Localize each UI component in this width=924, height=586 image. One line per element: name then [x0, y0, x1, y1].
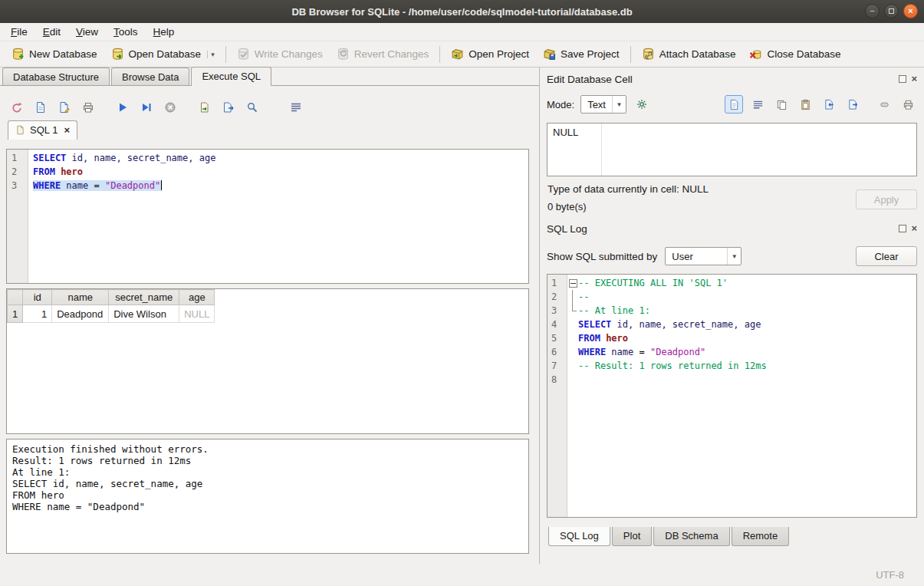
code-line[interactable]: FROM hero — [33, 165, 528, 179]
log-line: SELECT id, name, secret_name, age — [567, 318, 916, 331]
new-database-button[interactable]: New Database — [5, 44, 104, 64]
sql-1-tab[interactable]: SQL 1 × — [8, 120, 77, 140]
save-sql-file-as-icon — [58, 101, 71, 114]
open-sql-in-tab-button[interactable] — [196, 98, 214, 117]
fold-guide — [567, 290, 578, 304]
menu-edit[interactable]: Edit — [35, 24, 68, 40]
menu-tools[interactable]: Tools — [106, 24, 146, 40]
text-mode-button[interactable] — [725, 95, 743, 114]
save-sql-file-button[interactable] — [31, 98, 50, 117]
export-sql-button[interactable] — [219, 98, 238, 117]
mode-label: Mode: — [547, 99, 574, 110]
sql-editor[interactable]: 123 SELECT id, name, secret_name, ageFRO… — [6, 149, 529, 284]
close-database-button[interactable]: Close Database — [742, 44, 847, 64]
tab-browse-data[interactable]: Browse Data — [111, 67, 189, 85]
stop-execution-button[interactable] — [161, 98, 179, 117]
copy-icon — [776, 99, 788, 110]
open-sql-file-button[interactable] — [8, 98, 26, 117]
cell-editor-toolbar: Mode: Text ▾ — [547, 94, 917, 115]
log-line — [567, 373, 916, 387]
cell[interactable]: 1 — [23, 305, 52, 323]
cell-io-icons — [725, 95, 917, 114]
open-project-label: Open Project — [469, 48, 529, 60]
line-number: 2 — [12, 165, 28, 179]
execution-message-pane[interactable]: Execution finished without errors.Result… — [6, 439, 529, 554]
save-sql-file-as-button[interactable] — [55, 98, 74, 117]
sql-log-close-icon[interactable]: × — [911, 225, 917, 232]
stop-icon — [164, 101, 176, 114]
dock-tab-sql-log[interactable]: SQL Log — [548, 527, 610, 546]
log-code: -- EXECUTING ALL IN 'SQL 1'---- At line … — [567, 275, 916, 517]
import-cell-data-button[interactable] — [820, 95, 838, 114]
find-replace-icon — [246, 101, 258, 114]
execute-all-button[interactable] — [113, 98, 132, 117]
menu-help[interactable]: Help — [146, 24, 182, 40]
apply-button[interactable]: Apply — [856, 189, 917, 209]
results-grid[interactable]: idnamesecret_nameage 11DeadpondDive Wils… — [6, 288, 529, 434]
fold-guide — [567, 345, 578, 359]
copy-cell-button[interactable] — [772, 95, 791, 114]
tab-execute-sql[interactable]: Execute SQL — [191, 67, 271, 86]
open-database-button[interactable]: Open Database ▾ — [104, 44, 222, 64]
open-project-button[interactable]: Open Project — [444, 44, 536, 64]
column-header-secret_name[interactable]: secret_name — [109, 290, 179, 305]
auto-mode-button[interactable] — [633, 95, 651, 114]
attach-database-button[interactable]: Attach Database — [635, 44, 743, 64]
sql-document-icon — [15, 125, 25, 135]
set-null-button[interactable] — [875, 95, 893, 114]
word-wrap-cell-button[interactable] — [748, 95, 767, 114]
log-filter-combobox[interactable]: User ▾ — [665, 247, 742, 265]
column-header-id[interactable]: id — [23, 290, 52, 305]
fold-marker-icon[interactable] — [567, 276, 578, 290]
cell[interactable]: Dive Wilson — [109, 305, 179, 323]
log-line: FROM hero — [567, 331, 916, 345]
dock-tab-remote[interactable]: Remote — [732, 527, 790, 546]
window-title: DB Browser for SQLite - /home/user/code/… — [291, 6, 632, 18]
menu-file[interactable]: File — [3, 24, 35, 40]
cell[interactable]: NULL — [179, 305, 215, 323]
sql-log-float-icon[interactable] — [899, 225, 906, 232]
cell-editor[interactable]: NULL — [547, 123, 917, 176]
sql-log-view[interactable]: 12345678 -- EXECUTING ALL IN 'SQL 1'----… — [547, 274, 917, 518]
line-number: 2 — [551, 290, 567, 304]
export-cell-data-button[interactable] — [843, 95, 862, 114]
maximize-button[interactable] — [884, 4, 899, 18]
toolbar-separator — [630, 46, 631, 63]
tab-database-structure[interactable]: Database Structure — [2, 67, 110, 85]
row-number[interactable]: 1 — [8, 305, 23, 323]
word-wrap-button[interactable] — [287, 98, 305, 117]
log-filter-dropdown-icon: ▾ — [727, 248, 741, 265]
edit-cell-float-icon[interactable] — [899, 75, 906, 83]
cell[interactable]: Deadpond — [52, 305, 109, 323]
find-replace-button[interactable] — [243, 98, 261, 117]
dock-tab-db-schema[interactable]: DB Schema — [653, 527, 729, 546]
dock-tab-plot[interactable]: Plot — [612, 527, 652, 546]
save-project-button[interactable]: Save Project — [536, 44, 626, 64]
write-changes-button[interactable]: Write Changes — [230, 44, 330, 64]
sql-editor-code[interactable]: SELECT id, name, secret_name, ageFROM he… — [28, 150, 528, 283]
minimize-button[interactable]: − — [865, 4, 880, 18]
edit-cell-close-icon[interactable]: × — [911, 75, 917, 83]
open-database-dropdown-icon[interactable]: ▾ — [207, 51, 215, 58]
column-header-name[interactable]: name — [52, 290, 109, 305]
code-line[interactable]: WHERE name = "Deadpond" — [33, 179, 528, 193]
window-controls: − × — [865, 4, 918, 18]
word-wrap-icon — [290, 101, 302, 114]
menu-view[interactable]: View — [68, 24, 106, 40]
column-header-age[interactable]: age — [179, 290, 215, 305]
print-cell-button[interactable] — [899, 95, 917, 114]
attach-database-icon — [642, 48, 655, 61]
revert-changes-button[interactable]: Revert Changes — [330, 44, 436, 64]
cell-size-text: 0 byte(s) — [547, 201, 587, 212]
mode-combobox[interactable]: Text ▾ — [580, 95, 626, 114]
sql-1-tab-close-icon[interactable]: × — [64, 124, 70, 136]
encoding-indicator[interactable]: UTF-8 — [876, 569, 904, 581]
execute-current-line-button[interactable] — [137, 98, 156, 117]
code-line[interactable]: SELECT id, name, secret_name, age — [33, 151, 528, 165]
close-button[interactable]: × — [903, 4, 918, 18]
print-sql-button[interactable] — [79, 98, 97, 117]
paste-cell-button[interactable] — [796, 95, 814, 114]
clear-log-button[interactable]: Clear — [856, 246, 917, 266]
log-line: -- At line 1: — [567, 304, 916, 318]
titlebar[interactable]: DB Browser for SQLite - /home/user/code/… — [0, 0, 924, 23]
